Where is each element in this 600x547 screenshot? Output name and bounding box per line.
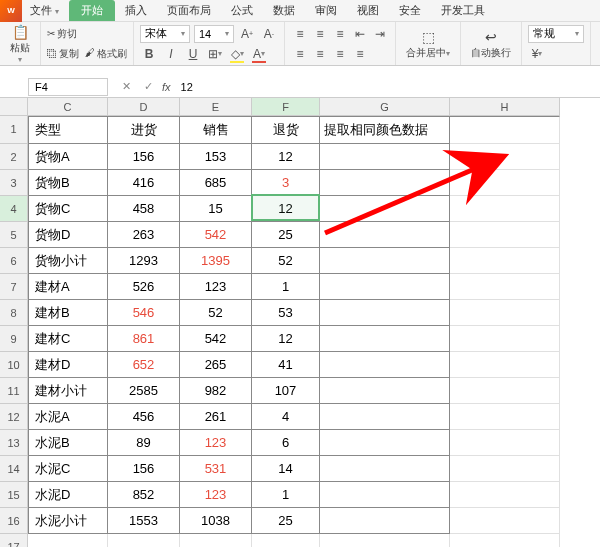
col-header-E[interactable]: E	[180, 98, 252, 116]
data-cell[interactable]	[320, 326, 450, 352]
data-cell[interactable]: 546	[108, 300, 180, 326]
decrease-font-icon[interactable]: A-	[260, 25, 278, 43]
row-header[interactable]: 7	[0, 274, 28, 300]
data-cell[interactable]: 263	[108, 222, 180, 248]
data-cell[interactable]: 107	[252, 378, 320, 404]
header-cell[interactable]: 类型	[28, 116, 108, 144]
data-cell[interactable]: 水泥C	[28, 456, 108, 482]
col-header-H[interactable]: H	[450, 98, 560, 116]
data-cell[interactable]	[320, 508, 450, 534]
file-menu[interactable]: 文件 ▾	[22, 0, 69, 21]
font-name-select[interactable]: 宋体▾	[140, 25, 190, 43]
row-header[interactable]: 14	[0, 456, 28, 482]
row-header[interactable]: 15	[0, 482, 28, 508]
header-cell[interactable]: 进货	[108, 116, 180, 144]
data-cell[interactable]	[450, 456, 560, 482]
data-cell[interactable]: 货物小计	[28, 248, 108, 274]
paste-button[interactable]: 📋 粘贴▾	[6, 23, 34, 64]
empty-cell[interactable]	[450, 534, 560, 547]
data-cell[interactable]: 1	[252, 274, 320, 300]
data-cell[interactable]: 123	[180, 482, 252, 508]
data-cell[interactable]: 14	[252, 456, 320, 482]
data-cell[interactable]: 4	[252, 404, 320, 430]
border-icon[interactable]: ⊞▾	[206, 45, 224, 63]
formula-input[interactable]: 12	[181, 81, 193, 93]
data-cell[interactable]: 货物D	[28, 222, 108, 248]
row-header[interactable]: 4	[0, 196, 28, 222]
data-cell[interactable]	[450, 430, 560, 456]
data-cell[interactable]	[320, 300, 450, 326]
number-format-select[interactable]: 常规▾	[528, 25, 584, 43]
data-cell[interactable]	[450, 326, 560, 352]
data-cell[interactable]	[320, 456, 450, 482]
empty-cell[interactable]	[108, 534, 180, 547]
merge-center-button[interactable]: ⬚ 合并居中▾	[402, 28, 454, 60]
data-cell[interactable]: 3	[252, 170, 320, 196]
ribbon-tab-6[interactable]: 视图	[347, 0, 389, 21]
fill-color-icon[interactable]: ◇▾	[228, 45, 246, 63]
data-cell[interactable]: 水泥B	[28, 430, 108, 456]
data-cell[interactable]	[320, 404, 450, 430]
row-header[interactable]: 6	[0, 248, 28, 274]
data-cell[interactable]	[450, 378, 560, 404]
data-cell[interactable]: 12	[252, 196, 320, 222]
data-cell[interactable]	[450, 508, 560, 534]
italic-icon[interactable]: I	[162, 45, 180, 63]
header-cell[interactable]: 销售	[180, 116, 252, 144]
cut-button[interactable]: ✂剪切	[47, 24, 127, 44]
row-header[interactable]: 2	[0, 144, 28, 170]
col-header-D[interactable]: D	[108, 98, 180, 116]
data-cell[interactable]	[320, 274, 450, 300]
select-all-corner[interactable]	[0, 98, 28, 116]
header-cell[interactable]	[450, 116, 560, 144]
data-cell[interactable]: 1553	[108, 508, 180, 534]
data-cell[interactable]: 货物B	[28, 170, 108, 196]
data-cell[interactable]: 89	[108, 430, 180, 456]
data-cell[interactable]: 52	[252, 248, 320, 274]
format-painter-button[interactable]: 🖌格式刷	[85, 47, 127, 61]
data-cell[interactable]: 水泥小计	[28, 508, 108, 534]
bold-icon[interactable]: B	[140, 45, 158, 63]
data-cell[interactable]: 水泥D	[28, 482, 108, 508]
data-cell[interactable]: 1038	[180, 508, 252, 534]
empty-cell[interactable]	[320, 534, 450, 547]
row-header[interactable]: 13	[0, 430, 28, 456]
name-box[interactable]: F4	[28, 78, 108, 96]
ribbon-tab-8[interactable]: 开发工具	[431, 0, 495, 21]
data-cell[interactable]: 1	[252, 482, 320, 508]
data-cell[interactable]: 416	[108, 170, 180, 196]
row-header[interactable]: 3	[0, 170, 28, 196]
ribbon-tab-5[interactable]: 审阅	[305, 0, 347, 21]
data-cell[interactable]	[320, 248, 450, 274]
ribbon-tab-4[interactable]: 数据	[263, 0, 305, 21]
data-cell[interactable]: 12	[252, 144, 320, 170]
empty-cell[interactable]	[252, 534, 320, 547]
data-cell[interactable]: 156	[108, 456, 180, 482]
align-bottom-icon[interactable]: ≡	[331, 25, 349, 43]
data-cell[interactable]	[320, 196, 450, 222]
data-cell[interactable]: 1395	[180, 248, 252, 274]
underline-icon[interactable]: U	[184, 45, 202, 63]
font-size-select[interactable]: 14▾	[194, 25, 234, 43]
data-cell[interactable]	[450, 144, 560, 170]
data-cell[interactable]: 542	[180, 326, 252, 352]
data-cell[interactable]	[450, 170, 560, 196]
data-cell[interactable]	[450, 248, 560, 274]
empty-cell[interactable]	[28, 534, 108, 547]
data-cell[interactable]: 685	[180, 170, 252, 196]
spreadsheet-grid[interactable]: CDEFGH 1类型进货销售退货提取相同颜色数据2货物A156153123货物B…	[0, 98, 600, 547]
data-cell[interactable]: 456	[108, 404, 180, 430]
data-cell[interactable]: 41	[252, 352, 320, 378]
data-cell[interactable]: 261	[180, 404, 252, 430]
col-header-G[interactable]: G	[320, 98, 450, 116]
col-header-F[interactable]: F	[252, 98, 320, 116]
data-cell[interactable]: 652	[108, 352, 180, 378]
empty-cell[interactable]	[180, 534, 252, 547]
copy-button[interactable]: ⿻复制 🖌格式刷	[47, 44, 127, 64]
indent-left-icon[interactable]: ⇤	[351, 25, 369, 43]
data-cell[interactable]	[450, 274, 560, 300]
data-cell[interactable]: 1293	[108, 248, 180, 274]
data-cell[interactable]	[320, 378, 450, 404]
data-cell[interactable]: 123	[180, 430, 252, 456]
row-header[interactable]: 5	[0, 222, 28, 248]
